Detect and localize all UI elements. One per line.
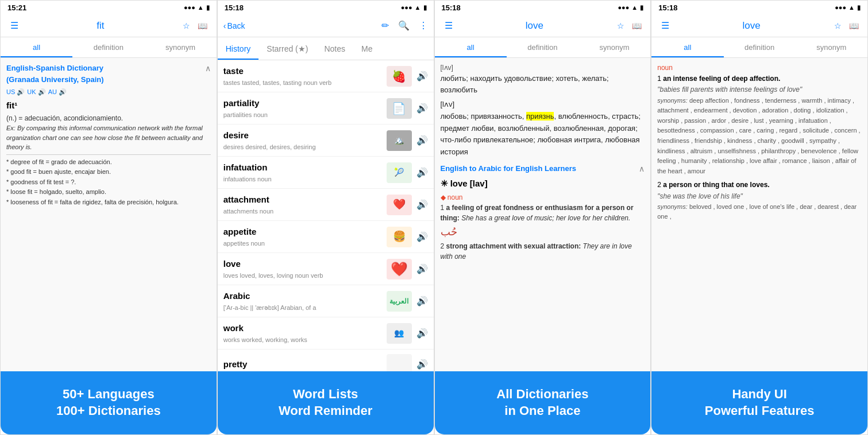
hist-tab-notes[interactable]: Notes — [316, 37, 353, 60]
russian-def-text-1: любить; находить удовольствие; хотеть, ж… — [441, 74, 609, 94]
banner-4: Handy UIPowerful Features — [651, 371, 867, 434]
status-time-1: 15:21 — [7, 3, 26, 12]
russian-pre-highlight: любовь; привязанность, — [441, 112, 526, 121]
thumb-0: 🍓 — [387, 66, 412, 87]
battery-icon-3: ▮ — [640, 4, 643, 11]
thumb-5: 🍔 — [387, 227, 412, 247]
chevron-left-icon: ‹ — [223, 21, 226, 30]
tab-all-4[interactable]: all — [651, 37, 723, 57]
collapse-icon-1[interactable]: ∧ — [205, 63, 211, 75]
menu-icon-1[interactable]: ☰ — [6, 20, 22, 31]
list-item[interactable]: partiality partialities noun 📄 🔊 — [218, 92, 434, 125]
entry-3: * goodness of fit test = ?. — [6, 177, 211, 188]
tab-all-3[interactable]: all — [435, 37, 507, 57]
list-item[interactable]: appetite appetites noun 🍔 🔊 — [218, 221, 434, 253]
panel1-content: English-Spanish Dictionary(Granada Unive… — [1, 58, 217, 371]
list-item[interactable]: work works worked, working, works 👥 🔊 — [218, 317, 434, 349]
audio-us[interactable]: US 🔊 — [6, 87, 25, 97]
tab-synonym-1[interactable]: synonym — [145, 37, 217, 57]
audio-icon-0[interactable]: 🔊 — [416, 69, 428, 83]
menu-icon-4[interactable]: ☰ — [657, 20, 673, 31]
star-icon-3[interactable]: ☆ — [612, 21, 628, 30]
dict-header-1: English-Spanish Dictionary(Granada Unive… — [6, 63, 211, 85]
status-icons-3: ●●● ▲ ▮ — [618, 4, 643, 11]
wifi-icon-3: ▲ — [631, 4, 638, 11]
audio-row-1: US 🔊 UK 🔊 AU 🔊 — [6, 87, 211, 97]
audio-icon-2[interactable]: 🔊 — [416, 134, 428, 147]
p4-def2-synonyms: beloved , loved one , love of one's life… — [657, 203, 857, 220]
arabic-collapse-icon[interactable]: ∧ — [639, 163, 645, 175]
book-icon-1[interactable]: 📖 — [195, 21, 211, 30]
status-time-4: 15:18 — [658, 3, 677, 12]
word-example-1: Ex: By comparing this informal communica… — [6, 123, 211, 152]
audio-icon-3[interactable]: 🔊 — [416, 166, 428, 180]
p4-def1-synonyms: deep affection , fondness , tenderness ,… — [657, 97, 860, 174]
banner-2: Word ListsWord Reminder — [218, 371, 434, 434]
tab-definition-1[interactable]: definition — [72, 37, 144, 57]
tab-synonym-4[interactable]: synonym — [796, 37, 867, 57]
list-item[interactable]: taste tastes tasted, tastes, tasting nou… — [218, 60, 434, 92]
list-item[interactable]: pretty 🔊 — [218, 349, 434, 371]
menu-icon-3[interactable]: ☰ — [441, 20, 457, 31]
audio-icon-5[interactable]: 🔊 — [416, 230, 428, 244]
banner-text-2: Word ListsWord Reminder — [279, 386, 372, 419]
audio-icon-6[interactable]: 🔊 — [416, 262, 428, 276]
list-item[interactable]: attachment attachments noun ❤️ 🔊 — [218, 189, 434, 221]
tab-definition-4[interactable]: definition — [724, 37, 796, 57]
nav-bar-3: ☰ love ☆ 📖 — [435, 14, 651, 37]
audio-au[interactable]: AU 🔊 — [48, 87, 67, 97]
hist-tab-history[interactable]: History — [218, 37, 259, 60]
tab-definition-3[interactable]: definition — [507, 37, 578, 57]
status-icons-2: ●●● ▲ ▮ — [401, 4, 427, 11]
banner-text-3: All Dictionariesin One Place — [496, 386, 588, 419]
p4-def1-block: 1 an intense feeling of deep affection. … — [657, 73, 862, 176]
russian-def-1: любить; находить удовольствие; хотеть, ж… — [441, 73, 645, 95]
hist-tab-me[interactable]: Me — [353, 37, 380, 60]
divider-1 — [6, 154, 211, 155]
list-item[interactable]: infatuation infatuations noun 🎾 🔊 — [218, 157, 434, 189]
audio-icon-8[interactable]: 🔊 — [416, 327, 428, 340]
audio-uk[interactable]: UK 🔊 — [27, 87, 45, 97]
list-item[interactable]: desire desires desired, desires, desirin… — [218, 125, 434, 157]
book-icon-3[interactable]: 📖 — [628, 21, 645, 30]
entry-5: * looseness of fit = falta de rigidez, f… — [6, 197, 211, 208]
edit-icon-2[interactable]: ✏ — [381, 20, 389, 31]
word-translation: adecuación, acondicionamiento. — [25, 114, 123, 122]
thumb-4: ❤️ — [387, 195, 412, 215]
back-button[interactable]: ‹ Back — [223, 21, 245, 30]
status-time-2: 15:18 — [225, 3, 244, 12]
audio-icon-1[interactable]: 🔊 — [416, 102, 428, 115]
banner-1: 50+ Languages100+ Dictionaries — [1, 371, 217, 434]
p4-synonyms-label-1: synonyms: — [657, 97, 688, 104]
star-icon-4[interactable]: ☆ — [830, 21, 846, 30]
book-icon-4[interactable]: 📖 — [846, 21, 862, 30]
more-icon-2[interactable]: ⋮ — [419, 20, 428, 31]
p4-def1-quote: "babies fill parents with intense feelin… — [657, 84, 862, 95]
banner-3: All Dictionariesin One Place — [435, 371, 651, 434]
thumb-2: 🏔️ — [387, 130, 412, 151]
phonetic-2: [lʌv] — [441, 100, 455, 108]
star-icon-1[interactable]: ☆ — [179, 21, 195, 30]
search-icon-2[interactable]: 🔍 — [398, 20, 410, 31]
p4-def1-synonyms-block: synonyms: deep affection , fondness , te… — [657, 96, 862, 177]
hist-tab-starred[interactable]: Starred (★) — [259, 37, 316, 60]
tab-synonym-3[interactable]: synonym — [578, 37, 650, 57]
nav-title-4: love — [673, 20, 830, 32]
p4-synonyms-label-2: synonyms: — [657, 203, 688, 210]
nav-bar-4: ☰ love ☆ 📖 — [651, 14, 867, 37]
arabic-dict-title: English to Arabic for English Learners — [441, 163, 576, 174]
nav-bar-2: ‹ Back ✏ 🔍 ⋮ — [218, 14, 434, 37]
battery-icon-2: ▮ — [423, 4, 427, 11]
arabic-def1-ex: She has a great love of music; her love … — [461, 214, 630, 222]
p4-def1-bold: an intense feeling of deep affection. — [663, 75, 780, 83]
phone-panel-2: 15:18 ●●● ▲ ▮ ‹ Back ✏ 🔍 ⋮ History Starr… — [217, 0, 434, 435]
p4-def2-quote: "she was the love of his life" — [657, 191, 862, 202]
audio-icon-7[interactable]: 🔊 — [416, 294, 428, 308]
phone-panel-3: 15:18 ●●● ▲ ▮ ☰ love ☆ 📖 all definition … — [434, 0, 651, 435]
tab-all-1[interactable]: all — [1, 37, 72, 57]
audio-icon-9[interactable]: 🔊 — [416, 358, 428, 371]
list-item[interactable]: love loves loved, loves, loving noun ver… — [218, 253, 434, 285]
status-time-3: 15:18 — [442, 3, 461, 12]
audio-icon-4[interactable]: 🔊 — [416, 198, 428, 212]
list-item[interactable]: Arabic ['Ar-a-bic || 'ærəbɪk] Arabian, o… — [218, 285, 434, 317]
